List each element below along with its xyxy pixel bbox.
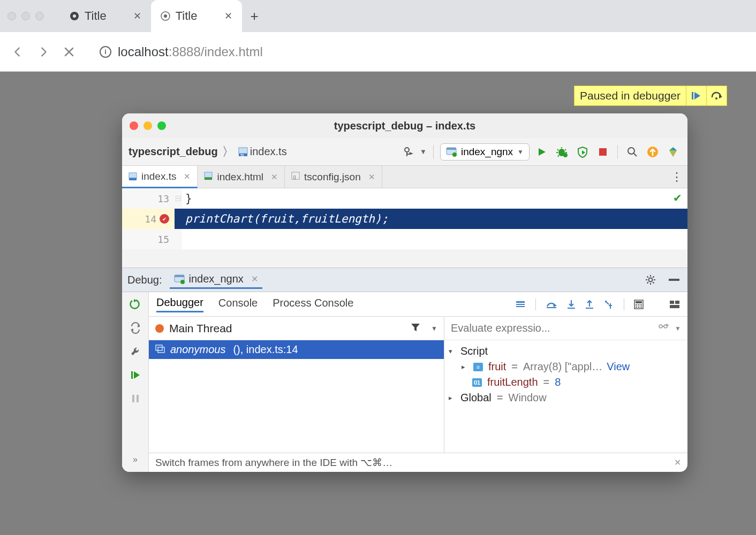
tab-process-console[interactable]: Process Console xyxy=(273,297,353,311)
forward-button[interactable] xyxy=(35,44,51,60)
debug-session-tab[interactable]: index_ngnx ✕ xyxy=(170,271,262,289)
tab2-close-icon[interactable]: ✕ xyxy=(224,10,232,22)
var-fruitlength-row[interactable]: 01 fruitLength = 8 xyxy=(449,374,683,390)
tab-ts-label: index.ts xyxy=(141,171,176,182)
evaluate-input[interactable] xyxy=(451,322,653,334)
stop-button[interactable] xyxy=(595,144,611,160)
code-line-15[interactable]: 15 xyxy=(122,229,687,249)
editor-tab-tsconfig[interactable]: {} tsconfig.json ✕ xyxy=(285,166,382,188)
browser-tab-1[interactable]: Title ✕ xyxy=(60,0,151,32)
code-line-14[interactable]: 14 printChart(fruit,fruitLength); xyxy=(122,209,687,229)
search-button[interactable] xyxy=(624,144,640,160)
tab-debugger[interactable]: Debugger xyxy=(156,296,203,312)
breakpoint-icon[interactable] xyxy=(160,214,169,224)
resume-button[interactable] xyxy=(686,86,706,105)
editor-area[interactable]: ✔ 13 } 14 printChart(fruit,fruitLength);… xyxy=(122,188,687,249)
frames-header: Main Thread ▼ xyxy=(149,317,444,340)
svg-rect-45 xyxy=(547,307,556,308)
new-tab-button[interactable]: + xyxy=(251,8,259,25)
address-bar[interactable]: i localhost:8888/index.html xyxy=(100,44,263,59)
inspection-ok-icon: ✔ xyxy=(673,192,682,204)
reload-cancel-button[interactable] xyxy=(61,44,77,60)
tab-close-icon[interactable]: ✕ xyxy=(271,172,278,182)
svg-rect-30 xyxy=(175,275,184,277)
zoom-dot[interactable] xyxy=(35,12,44,20)
debug-hide-icon[interactable] xyxy=(666,272,682,288)
debug-button[interactable] xyxy=(554,144,570,160)
debug-main: Debugger Console Process Console xyxy=(149,292,687,472)
svg-point-20 xyxy=(628,148,634,154)
variables-panel: ▼ ▾ Script ▸ ≡ fruit = xyxy=(444,317,687,453)
gutter-14[interactable]: 14 xyxy=(122,209,175,229)
minimize-dot[interactable] xyxy=(21,12,30,20)
vcs-caret-icon[interactable]: ▼ xyxy=(420,148,427,156)
show-exec-point-icon[interactable] xyxy=(515,299,526,310)
pause-program-button[interactable] xyxy=(127,391,143,407)
svg-rect-40 xyxy=(137,395,139,402)
hint-bar: Switch frames from anywhere in the IDE w… xyxy=(149,453,687,472)
svg-rect-54 xyxy=(638,307,640,308)
hint-close-icon[interactable]: ✕ xyxy=(674,457,681,468)
editor-tab-index-html[interactable]: index.html ✕ xyxy=(198,166,285,188)
tab2-title: Title xyxy=(176,9,198,23)
session-js-icon xyxy=(174,274,185,285)
tab-json-label: tsconfig.json xyxy=(304,171,361,183)
svg-rect-57 xyxy=(675,301,679,304)
frame-row[interactable]: anonymous(), index.ts:14 xyxy=(149,340,444,359)
svg-marker-44 xyxy=(553,303,557,307)
tab1-close-icon[interactable]: ✕ xyxy=(133,10,141,22)
layout-icon[interactable] xyxy=(669,299,680,310)
jetbrains-icon[interactable] xyxy=(665,144,681,160)
step-into-icon[interactable] xyxy=(567,299,576,310)
var-len-val: 8 xyxy=(555,376,561,388)
var-fruit-row[interactable]: ▸ ≡ fruit = Array(8) ["appl… View xyxy=(449,359,683,374)
tab-overflow-icon[interactable]: ⋮ xyxy=(666,166,687,188)
favicon-2 xyxy=(161,11,170,21)
run-to-cursor-icon[interactable] xyxy=(603,299,614,310)
scope-global[interactable]: ▸ Global = Window xyxy=(449,390,683,406)
tab-close-icon[interactable]: ✕ xyxy=(184,172,191,181)
close-dot[interactable] xyxy=(7,12,16,20)
ide-window-title: typescript_debug – index.ts xyxy=(122,120,687,132)
step-over-button[interactable] xyxy=(706,86,727,105)
rerun-button[interactable] xyxy=(127,296,143,312)
var-view-link[interactable]: View xyxy=(607,361,630,373)
scope-script[interactable]: ▾ Script xyxy=(449,343,683,359)
tab-console[interactable]: Console xyxy=(218,297,258,311)
browser-tab-2[interactable]: Title ✕ xyxy=(151,0,242,32)
browser-traffic-lights xyxy=(7,12,44,20)
debug-body: » Debugger Console Process Console xyxy=(122,292,687,472)
back-button[interactable] xyxy=(10,44,26,60)
add-watch-icon[interactable] xyxy=(659,323,669,334)
tab-close-icon[interactable]: ✕ xyxy=(368,172,375,182)
coverage-button[interactable] xyxy=(574,144,591,160)
svg-rect-22 xyxy=(129,172,137,178)
step-over-icon[interactable] xyxy=(546,299,557,310)
breadcrumb[interactable]: typescript_debug 〉 TS index.ts xyxy=(128,144,287,160)
debug-settings-icon[interactable] xyxy=(642,272,659,288)
json-file-icon: {} xyxy=(291,171,300,183)
var-fruit-name: fruit xyxy=(488,361,506,373)
run-config-selector[interactable]: index_ngnx ▼ xyxy=(440,143,530,160)
resume-program-button[interactable] xyxy=(127,367,143,383)
run-button[interactable] xyxy=(534,144,550,160)
vcs-icon[interactable] xyxy=(403,144,418,159)
fold-icon[interactable] xyxy=(175,188,182,209)
svg-point-1 xyxy=(73,14,76,18)
evaluate-expression-icon[interactable] xyxy=(634,299,644,310)
editor-tab-index-ts[interactable]: index.ts ✕ xyxy=(122,166,198,188)
site-info-icon[interactable]: i xyxy=(100,46,111,58)
thread-status-icon xyxy=(155,324,164,333)
frames-caret-icon[interactable]: ▼ xyxy=(431,325,437,332)
filter-icon[interactable] xyxy=(411,323,420,334)
browser-tab-strip: Title ✕ Title ✕ + xyxy=(0,0,756,32)
more-button[interactable]: » xyxy=(127,452,143,468)
frames-list: anonymous(), index.ts:14 xyxy=(149,340,444,453)
code-line-13[interactable]: 13 } xyxy=(122,188,687,209)
update-button[interactable] xyxy=(127,320,143,336)
vars-caret-icon[interactable]: ▼ xyxy=(675,325,681,332)
wrench-icon[interactable] xyxy=(127,343,143,360)
session-close-icon[interactable]: ✕ xyxy=(251,274,258,284)
sync-button[interactable] xyxy=(645,144,661,160)
step-out-icon[interactable] xyxy=(585,299,594,310)
